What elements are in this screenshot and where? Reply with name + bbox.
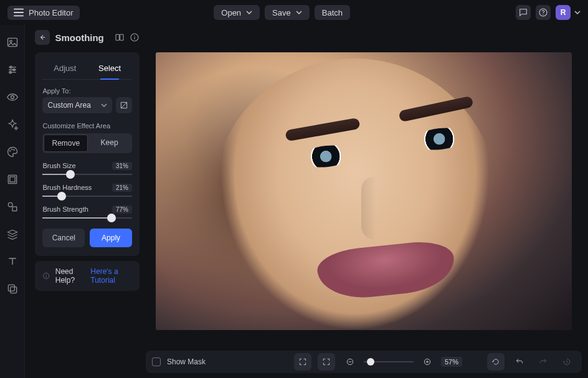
tutorial-link[interactable]: Here's a Tutorial (90, 267, 132, 285)
apply-to-select[interactable]: Custom Area (42, 97, 112, 113)
avatar-letter: R (561, 8, 566, 17)
help-card: Need Help? Here's a Tutorial (35, 261, 140, 291)
zoom-in-button[interactable] (419, 353, 436, 371)
save-label: Save (272, 8, 291, 17)
zoom-knob[interactable] (367, 358, 374, 366)
tool-image-icon[interactable] (5, 35, 20, 50)
svg-point-25 (46, 274, 47, 275)
svg-rect-1 (14, 12, 24, 13)
apply-to-value: Custom Area (47, 101, 90, 110)
tool-adjust-icon[interactable] (5, 62, 20, 77)
canvas-image[interactable] (156, 52, 572, 330)
tab-adjust[interactable]: Adjust (42, 60, 87, 79)
batch-label: Batch (322, 8, 343, 17)
tab-select[interactable]: Select (87, 60, 132, 79)
zoom-value[interactable]: 57% (441, 357, 462, 367)
redo-icon (538, 357, 548, 366)
tool-frame-icon[interactable] (5, 172, 20, 187)
info-button[interactable] (130, 32, 140, 42)
tool-layers-icon[interactable] (5, 227, 20, 242)
brush-hardness-slider[interactable] (42, 196, 132, 197)
arrow-left-icon (38, 33, 47, 42)
revert-icon (491, 357, 500, 366)
mask-edit-icon (120, 101, 128, 110)
svg-rect-5 (7, 38, 17, 46)
brush-size-label: Brush Size (42, 162, 75, 170)
revert-button[interactable] (487, 353, 505, 371)
user-avatar[interactable]: R (556, 5, 571, 20)
back-button[interactable] (35, 30, 50, 45)
svg-rect-20 (116, 34, 119, 40)
mask-edit-button[interactable] (116, 97, 132, 113)
slider-knob[interactable] (107, 214, 116, 222)
chevron-down-icon (246, 11, 252, 14)
svg-rect-18 (8, 285, 14, 291)
comments-button[interactable] (516, 5, 531, 20)
tool-eye-icon[interactable] (5, 90, 20, 105)
tool-text-icon[interactable] (5, 254, 20, 269)
svg-rect-17 (12, 207, 17, 211)
apply-to-label: Apply To: (42, 87, 132, 95)
tool-color-icon[interactable] (5, 144, 20, 159)
show-mask-checkbox[interactable] (152, 357, 161, 366)
svg-point-13 (13, 149, 14, 151)
segment-remove[interactable]: Remove (44, 135, 88, 152)
help-text: Need Help? (55, 267, 86, 285)
fit-icon (322, 357, 331, 366)
save-button[interactable]: Save (265, 5, 310, 20)
brush-hardness-label: Brush Hardness (42, 184, 92, 192)
cancel-button[interactable]: Cancel (42, 229, 85, 247)
history-button[interactable] (558, 353, 576, 371)
comment-icon (518, 7, 528, 17)
svg-rect-19 (10, 287, 16, 293)
tool-sparkle-icon[interactable] (5, 117, 20, 132)
svg-point-12 (11, 149, 12, 150)
svg-rect-21 (120, 34, 123, 40)
fullscreen-icon (298, 357, 307, 366)
app-name: Photo Editor (29, 8, 74, 17)
undo-icon (514, 357, 524, 366)
brush-hardness-value[interactable]: 21% (112, 184, 132, 192)
svg-point-6 (10, 40, 12, 42)
compare-button[interactable] (115, 32, 125, 42)
help-icon (538, 7, 548, 17)
plus-icon (423, 357, 432, 366)
info-icon (130, 32, 140, 42)
open-button[interactable]: Open (214, 5, 260, 20)
effect-area-label: Customize Effect Area (42, 122, 132, 130)
brush-size-slider[interactable] (42, 174, 132, 175)
tool-shapes-icon[interactable] (5, 199, 20, 214)
undo-button[interactable] (511, 353, 528, 371)
brush-strength-value[interactable]: 77% (112, 206, 132, 214)
brush-size-value[interactable]: 31% (112, 162, 132, 170)
fullscreen-button[interactable] (294, 353, 311, 371)
apply-button[interactable]: Apply (90, 229, 132, 247)
tool-duplicate-icon[interactable] (5, 281, 20, 296)
chevron-down-icon (296, 11, 302, 14)
panel-title: Smoothing (55, 32, 110, 43)
fit-screen-button[interactable] (318, 353, 335, 371)
svg-point-4 (543, 14, 543, 15)
brush-strength-slider[interactable] (42, 217, 132, 219)
minus-icon (346, 357, 354, 366)
batch-button[interactable]: Batch (315, 5, 350, 20)
segment-keep[interactable]: Keep (88, 135, 131, 152)
svg-point-23 (134, 35, 135, 36)
menu-icon (14, 8, 24, 17)
slider-knob[interactable] (57, 192, 66, 201)
app-menu[interactable]: Photo Editor (7, 6, 80, 20)
account-chevron-down-icon[interactable] (574, 11, 581, 14)
zoom-slider[interactable] (364, 361, 414, 362)
zoom-out-button[interactable] (341, 353, 359, 371)
compare-icon (115, 32, 125, 42)
redo-button[interactable] (534, 353, 552, 371)
svg-rect-2 (14, 15, 24, 16)
slider-fill (42, 217, 111, 219)
slider-knob[interactable] (66, 170, 75, 179)
left-toolbar (0, 25, 25, 378)
open-label: Open (221, 8, 241, 17)
help-button[interactable] (536, 5, 551, 20)
svg-point-11 (9, 151, 11, 152)
info-icon (42, 271, 50, 281)
brush-strength-label: Brush Strength (42, 206, 88, 214)
